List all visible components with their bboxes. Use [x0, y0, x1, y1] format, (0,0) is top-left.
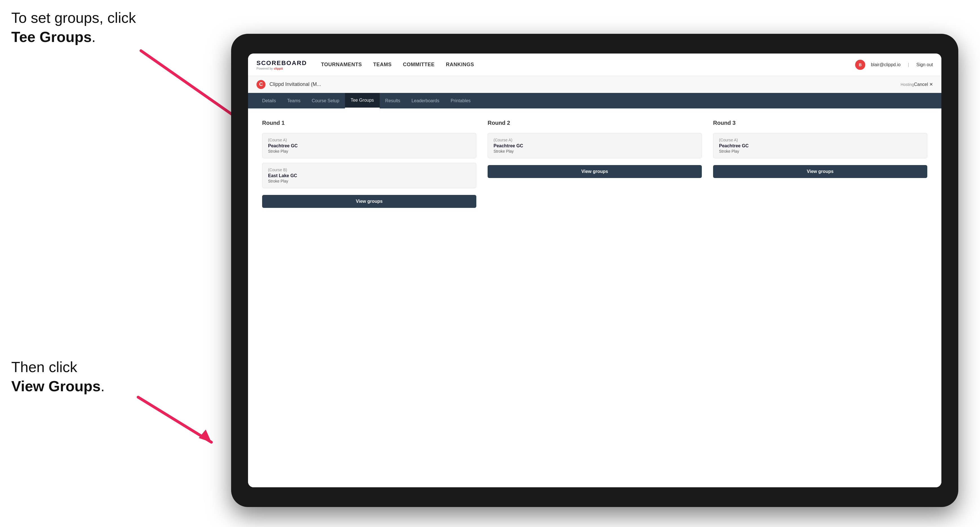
round-3-column: Round 3 (Course A) Peachtree GC Stroke P…	[713, 120, 927, 208]
nav-tournaments[interactable]: TOURNAMENTS	[321, 62, 362, 68]
nav-committee[interactable]: COMMITTEE	[403, 62, 435, 68]
round-1-course-a-name: Peachtree GC	[268, 143, 471, 148]
nav-right: B blair@clippd.io | Sign out	[855, 60, 933, 70]
tournament-bar: C Clippd Invitational (M... Hosting Canc…	[248, 76, 942, 93]
logo-text: SCOREBOARD	[256, 59, 307, 67]
instruction-bottom: Then click View Groups.	[11, 358, 105, 396]
tab-bar: Details Teams Course Setup Tee Groups Re…	[248, 93, 942, 108]
nav-links: TOURNAMENTS TEAMS COMMITTEE RANKINGS	[321, 62, 855, 68]
tablet-bezel: SCOREBOARD Powered by clippit TOURNAMENT…	[231, 34, 958, 507]
nav-teams[interactable]: TEAMS	[373, 62, 392, 68]
round-2-course-a: (Course A) Peachtree GC Stroke Play	[488, 133, 702, 158]
top-nav: SCOREBOARD Powered by clippit TOURNAMENT…	[248, 54, 942, 76]
svg-marker-3	[199, 430, 212, 442]
nav-rankings[interactable]: RANKINGS	[446, 62, 474, 68]
round-2-view-groups-button[interactable]: View groups	[488, 165, 702, 178]
instruction-top-line2: Tee Groups	[11, 29, 92, 45]
tournament-hosting: Hosting	[900, 82, 914, 87]
round-3-course-a-label: (Course A)	[719, 138, 921, 142]
round-2-course-a-label: (Course A)	[493, 138, 696, 142]
round-1-course-a: (Course A) Peachtree GC Stroke Play	[262, 133, 476, 158]
round-2-course-a-name: Peachtree GC	[493, 143, 696, 148]
tab-details[interactable]: Details	[256, 93, 282, 108]
tab-teams[interactable]: Teams	[282, 93, 306, 108]
logo-sub: Powered by clippit	[256, 67, 307, 70]
round-2-course-a-format: Stroke Play	[493, 149, 696, 154]
instruction-top-line1: To set groups, click	[11, 10, 136, 26]
round-1-course-b: (Course B) East Lake GC Stroke Play	[262, 163, 476, 188]
round-1-column: Round 1 (Course A) Peachtree GC Stroke P…	[262, 120, 476, 208]
round-1-course-a-format: Stroke Play	[268, 149, 471, 154]
main-content: Round 1 (Course A) Peachtree GC Stroke P…	[248, 108, 942, 487]
round-2-title: Round 2	[488, 120, 702, 126]
rounds-grid: Round 1 (Course A) Peachtree GC Stroke P…	[262, 120, 927, 208]
round-1-course-b-name: East Lake GC	[268, 173, 471, 178]
instruction-bottom-line1: Then click	[11, 359, 77, 375]
tab-results[interactable]: Results	[380, 93, 406, 108]
instruction-top: To set groups, click Tee Groups.	[11, 8, 136, 46]
round-1-course-b-format: Stroke Play	[268, 179, 471, 183]
round-3-course-a-name: Peachtree GC	[719, 143, 921, 148]
tab-tee-groups[interactable]: Tee Groups	[345, 93, 380, 108]
user-email: blair@clippd.io	[871, 62, 900, 67]
round-2-column: Round 2 (Course A) Peachtree GC Stroke P…	[488, 120, 702, 208]
tab-course-setup[interactable]: Course Setup	[306, 93, 345, 108]
round-1-course-b-label: (Course B)	[268, 168, 471, 172]
round-1-title: Round 1	[262, 120, 476, 126]
tab-leaderboards[interactable]: Leaderboards	[406, 93, 445, 108]
round-3-title: Round 3	[713, 120, 927, 126]
sign-out-link[interactable]: Sign out	[916, 62, 933, 67]
round-3-course-a-format: Stroke Play	[719, 149, 921, 154]
user-avatar: B	[855, 60, 865, 70]
round-3-course-a: (Course A) Peachtree GC Stroke Play	[713, 133, 927, 158]
arrow-view-groups	[121, 392, 223, 465]
tournament-name: Clippd Invitational (M...	[269, 81, 898, 87]
round-1-view-groups-button[interactable]: View groups	[262, 195, 476, 208]
round-1-course-a-label: (Course A)	[268, 138, 471, 142]
tab-printables[interactable]: Printables	[445, 93, 476, 108]
tablet-screen: SCOREBOARD Powered by clippit TOURNAMENT…	[248, 54, 942, 487]
tournament-logo: C	[256, 80, 266, 89]
round-3-view-groups-button[interactable]: View groups	[713, 165, 927, 178]
logo-area: SCOREBOARD Powered by clippit	[256, 59, 307, 70]
cancel-button[interactable]: Cancel ✕	[914, 82, 933, 87]
instruction-bottom-line2: View Groups	[11, 378, 100, 394]
svg-line-2	[138, 397, 212, 442]
